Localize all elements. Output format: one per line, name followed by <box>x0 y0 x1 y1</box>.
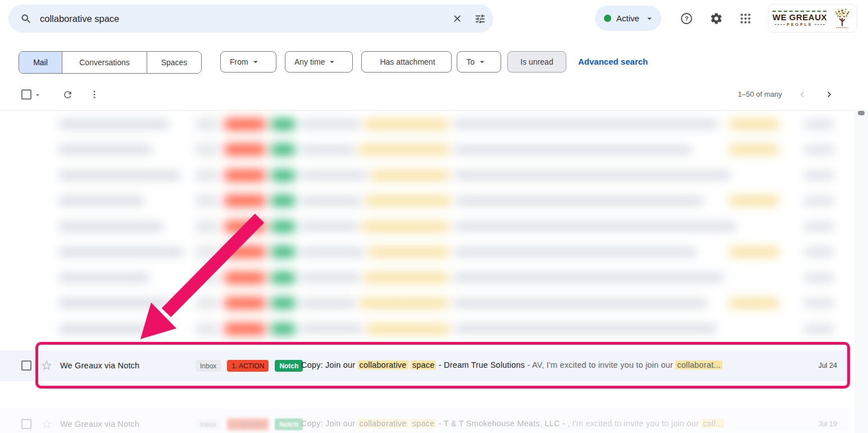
star-icon[interactable] <box>40 359 53 374</box>
result-type-tabs: Mail Conversations Spaces <box>19 51 202 74</box>
refresh-icon[interactable] <box>56 83 79 106</box>
help-icon[interactable]: ? <box>675 7 698 30</box>
scrollbar-thumb[interactable] <box>858 111 865 115</box>
newer-page-icon[interactable] <box>791 83 814 106</box>
label-action[interactable]: 1. ACTION <box>227 360 269 372</box>
search-bar[interactable] <box>8 4 493 33</box>
label-notch[interactable]: Notch <box>275 360 303 372</box>
dropdown-arrow-icon <box>251 57 261 67</box>
email-date: Jul 19 <box>819 420 837 428</box>
email-subject: Copy: Join our collaborative space - T &… <box>301 419 797 428</box>
we-greaux-logo: WE GREAUX PEOPLE <box>772 11 827 26</box>
tree-logo-icon <box>831 7 853 30</box>
search-icon[interactable] <box>16 9 35 28</box>
search-options-icon[interactable] <box>469 7 491 30</box>
select-all-checkbox[interactable] <box>21 89 31 100</box>
label-notch[interactable]: Notch <box>275 418 303 430</box>
gmail-search-page: Active ? WE GREAUX PEOPLE <box>0 0 868 433</box>
label-inbox[interactable]: Inbox <box>196 418 221 430</box>
search-input[interactable] <box>39 13 446 25</box>
email-labels: Inbox 1. ACTION Notch <box>196 418 303 430</box>
status-label: Active <box>616 13 639 23</box>
email-sender: We Greaux via Notch <box>60 361 139 370</box>
advanced-search-link[interactable]: Advanced search <box>578 57 648 66</box>
tab-mail[interactable]: Mail <box>19 52 62 73</box>
more-options-icon[interactable] <box>83 83 106 106</box>
email-sender: We Greaux via Notch <box>60 420 139 429</box>
star-icon[interactable] <box>40 418 53 432</box>
status-chip[interactable]: Active <box>595 6 661 31</box>
pagination-count: 1–50 of many <box>714 90 782 98</box>
blurred-email-list <box>0 111 850 342</box>
row-checkbox[interactable] <box>21 419 31 429</box>
filter-chip-from[interactable]: From <box>220 51 276 73</box>
chevron-down-icon <box>644 13 655 24</box>
row-checkbox[interactable] <box>21 360 31 371</box>
filter-chip-to[interactable]: To <box>457 51 501 73</box>
filter-chip-anytime[interactable]: Any time <box>285 51 353 73</box>
apps-grid-icon[interactable] <box>734 7 757 30</box>
filter-chip-has-attachment[interactable]: Has attachment <box>361 51 452 73</box>
dropdown-arrow-icon <box>477 57 487 67</box>
svg-text:?: ? <box>685 15 689 22</box>
select-dropdown-icon[interactable] <box>34 91 42 99</box>
tab-spaces[interactable]: Spaces <box>147 52 201 73</box>
status-active-dot <box>604 15 611 22</box>
clear-search-icon[interactable] <box>446 7 469 30</box>
filter-chip-is-unread[interactable]: Is unread <box>507 51 566 73</box>
scrollbar-track[interactable] <box>855 110 868 433</box>
label-inbox[interactable]: Inbox <box>196 360 221 372</box>
email-row-highlighted[interactable]: We Greaux via Notch Inbox 1. ACTION Notc… <box>0 350 850 381</box>
settings-gear-icon[interactable] <box>705 7 728 30</box>
account-logo-card[interactable]: WE GREAUX PEOPLE <box>768 4 857 33</box>
list-top-divider <box>0 110 868 111</box>
tab-conversations[interactable]: Conversations <box>62 52 147 73</box>
dropdown-arrow-icon <box>327 57 337 67</box>
email-row-faded[interactable]: We Greaux via Notch Inbox 1. ACTION Notc… <box>0 409 850 433</box>
email-subject: Copy: Join our collaborative space - Dre… <box>301 360 797 369</box>
label-action[interactable]: 1. ACTION <box>227 418 269 430</box>
email-date: Jul 24 <box>819 362 837 369</box>
email-labels: Inbox 1. ACTION Notch <box>196 360 303 372</box>
older-page-icon[interactable] <box>818 83 840 106</box>
